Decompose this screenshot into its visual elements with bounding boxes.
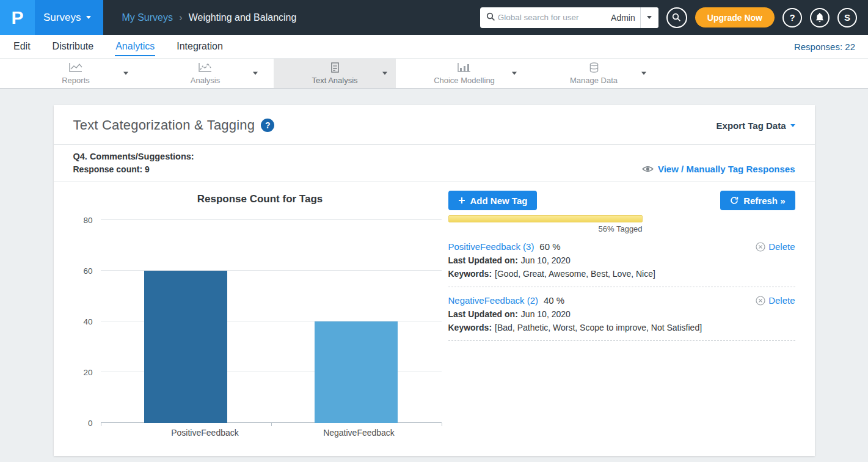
tab-analytics[interactable]: Analytics: [115, 37, 155, 56]
tag-keywords: Keywords:[Good, Great, Awesome, Best, Lo…: [448, 269, 795, 279]
surveys-menu-label: Surveys: [43, 12, 81, 24]
delete-tag-button[interactable]: Delete: [756, 295, 795, 306]
toolbar-item-label: Text Analysis: [312, 76, 357, 85]
tags-panel: Add New Tag Refresh » 56% Tagged Positiv…: [447, 182, 795, 438]
search-scope[interactable]: Admin: [606, 13, 640, 23]
toolbar-item-analysis[interactable]: Analysis: [144, 59, 266, 88]
chevron-down-icon[interactable]: [641, 72, 646, 75]
tag-item-negative: NegativeFeedback (2) 40 % Delete Last Up…: [448, 295, 795, 341]
tags-panel-actions: Add New Tag Refresh »: [448, 191, 795, 210]
toolbar-item-text-analysis[interactable]: Text Analysis: [274, 59, 396, 88]
global-search: Admin: [480, 7, 658, 28]
chart-y-axis: 020406080: [73, 220, 95, 423]
tag-item-positive: PositiveFeedback (3) 60 % Delete Last Up…: [448, 241, 795, 287]
app-logo[interactable]: P: [0, 0, 35, 35]
add-new-tag-button[interactable]: Add New Tag: [448, 191, 538, 210]
refresh-button[interactable]: Refresh »: [720, 191, 795, 210]
question-icon: ?: [265, 120, 271, 130]
help-button[interactable]: ?: [782, 8, 802, 28]
search-button[interactable]: [666, 7, 687, 28]
avatar[interactable]: S: [837, 8, 857, 28]
search-icon: [486, 12, 495, 23]
toolbar-item-label: Analysis: [191, 76, 220, 85]
search-icon: [672, 13, 681, 22]
trend-chart-icon: [198, 62, 213, 75]
delete-tag-button[interactable]: Delete: [756, 241, 795, 252]
chevron-down-icon[interactable]: [512, 72, 517, 75]
breadcrumb-my-surveys[interactable]: My Surveys: [122, 12, 173, 23]
surveys-menu[interactable]: Surveys: [35, 0, 103, 35]
chevron-down-icon[interactable]: [253, 72, 258, 75]
progress-fill: [448, 215, 643, 222]
analytics-toolbar: Reports Analysis Text Analysis Choice Mo…: [0, 59, 868, 89]
chart-area: 020406080 PositiveFeedbackNegativeFeedba…: [73, 220, 447, 438]
survey-tabs: Edit Distribute Analytics Integration Re…: [0, 35, 868, 59]
export-tag-data-button[interactable]: Export Tag Data: [717, 120, 795, 131]
tag-keywords: Keywords:[Bad, Pathetic, Worst, Scope to…: [448, 323, 795, 332]
responses-count: Responses: 22: [794, 42, 855, 52]
refresh-icon: [730, 196, 739, 205]
toolbar-item-label: Reports: [62, 76, 90, 85]
view-manually-tag-label: View / Manually Tag Responses: [658, 164, 795, 174]
notifications-button[interactable]: [810, 8, 830, 28]
bar-PositiveFeedback[interactable]: [144, 271, 227, 423]
global-search-input[interactable]: [495, 13, 606, 22]
chevron-down-icon: [790, 124, 795, 127]
question-icon: ?: [789, 12, 795, 23]
delete-tag-label: Delete: [768, 241, 795, 252]
chevron-down-icon[interactable]: [382, 72, 387, 75]
avatar-letter: S: [844, 12, 850, 23]
search-scope-dropdown[interactable]: [640, 7, 658, 28]
bar-NegativeFeedback[interactable]: [315, 321, 398, 423]
tag-progress-bar: [448, 215, 795, 222]
chevron-down-icon: [647, 16, 652, 19]
help-icon[interactable]: ?: [261, 119, 274, 132]
page-title: Text Categorization & Tagging: [73, 117, 255, 133]
breadcrumb-current: Weighting and Balancing: [189, 12, 297, 23]
plus-icon: [458, 197, 465, 204]
toolbar-item-manage-data[interactable]: Manage Data: [533, 59, 655, 88]
tab-integration[interactable]: Integration: [176, 37, 224, 56]
toolbar-item-label: Choice Modelling: [434, 76, 495, 85]
content-area: Text Categorization & Tagging ? Export T…: [0, 89, 868, 462]
tag-updated: Last Updated on:Jun 10, 2020: [448, 255, 795, 265]
tab-distribute[interactable]: Distribute: [52, 37, 95, 56]
chart-title: Response Count for Tags: [73, 193, 447, 205]
tab-edit[interactable]: Edit: [13, 37, 31, 56]
bell-icon: [815, 13, 824, 23]
tag-name-link[interactable]: PositiveFeedback (3): [448, 241, 534, 252]
tag-updated: Last Updated on:Jun 10, 2020: [448, 309, 795, 319]
progress-label: 56% Tagged: [448, 224, 643, 233]
breadcrumb: My Surveys › Weighting and Balancing: [122, 0, 296, 35]
question-info: Q4. Comments/Suggestions: Response count…: [73, 152, 194, 174]
delete-tag-label: Delete: [768, 295, 795, 306]
add-new-tag-label: Add New Tag: [470, 196, 528, 206]
refresh-label: Refresh »: [743, 196, 785, 206]
tag-percent: 60 %: [539, 241, 560, 252]
text-tagging-card: Text Categorization & Tagging ? Export T…: [54, 105, 815, 456]
x-label: PositiveFeedback: [128, 428, 282, 438]
card-header: Text Categorization & Tagging ? Export T…: [54, 105, 815, 145]
chevron-down-icon[interactable]: [123, 72, 128, 75]
toolbar-item-choice-modelling[interactable]: Choice Modelling: [403, 59, 525, 88]
question-row: Q4. Comments/Suggestions: Response count…: [54, 145, 815, 182]
view-manually-tag-link[interactable]: View / Manually Tag Responses: [642, 164, 795, 174]
toolbar-item-label: Manage Data: [570, 76, 618, 85]
tag-response-chart: Response Count for Tags 020406080 Positi…: [73, 182, 447, 438]
document-icon: [330, 62, 340, 75]
card-body: Response Count for Tags 020406080 Positi…: [54, 182, 815, 438]
line-chart-icon: [68, 62, 83, 75]
chevron-down-icon: [86, 16, 91, 19]
question-label: Q4. Comments/Suggestions:: [73, 152, 194, 161]
chart-plot: [101, 220, 442, 423]
circle-x-icon: [756, 296, 765, 306]
upgrade-button[interactable]: Upgrade Now: [695, 7, 775, 28]
logo-letter: P: [11, 7, 23, 28]
eye-icon: [642, 165, 654, 173]
export-tag-data-label: Export Tag Data: [717, 120, 786, 131]
tag-name-link[interactable]: NegativeFeedback (2): [448, 295, 539, 306]
toolbar-item-reports[interactable]: Reports: [15, 59, 137, 88]
database-icon: [589, 62, 599, 75]
top-bar: P Surveys My Surveys › Weighting and Bal…: [0, 0, 868, 35]
header-actions: Admin Upgrade Now ? S: [480, 0, 868, 35]
